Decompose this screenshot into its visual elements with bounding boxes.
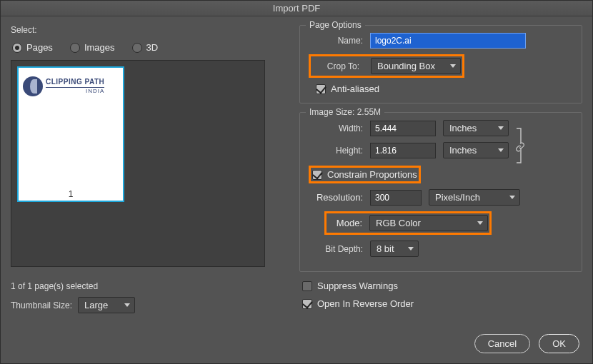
crop-to-label: Crop To: [312,61,359,71]
thumbnail-size-value: Large [84,300,108,310]
open-reverse-order-checkbox[interactable]: Open In Reverse Order [302,298,582,309]
image-size-legend: Image Size: 2.55M [306,107,384,117]
chevron-down-icon [509,196,515,199]
height-unit-value: Inches [449,145,477,156]
width-unit-select[interactable]: Inches [443,120,509,136]
logo-word-1: CLIPPING [46,78,82,86]
thumbnail-page-1[interactable]: CLIPPING PATH INDIA 1 [17,66,124,202]
anti-aliased-checkbox[interactable]: Anti-aliased [316,84,573,94]
radio-images[interactable]: Images [70,42,115,53]
radio-dot-icon [132,43,142,53]
bit-depth-label: Bit Depth: [309,244,363,254]
resolution-unit-value: Pixels/Inch [435,192,480,203]
resolution-label: Resolution: [309,192,363,203]
mode-value: RGB Color [376,218,421,228]
chevron-down-icon [408,247,414,251]
logo-mark-icon [23,76,43,96]
height-input[interactable] [370,143,436,158]
anti-aliased-label: Anti-aliased [331,84,379,94]
radio-pages[interactable]: Pages [12,42,53,53]
height-unit-select[interactable]: Inches [443,142,509,158]
logo-word-2: PATH [85,78,105,86]
page-options-group: Page Options Name: Crop To: Bounding Box [299,25,582,103]
open-reverse-order-label: Open In Reverse Order [317,298,414,309]
image-size-group: Image Size: 2.55M Width: Inches He [299,112,582,272]
link-icon [514,141,526,153]
chevron-down-icon [498,126,504,130]
dialog-title: Import PDF [1,1,592,16]
chevron-down-icon [477,221,483,225]
suppress-warnings-checkbox[interactable]: Suppress Warnings [302,280,582,291]
mode-select[interactable]: RGB Color [369,215,488,231]
chevron-down-icon [498,148,504,152]
mode-label: Mode: [328,218,362,228]
checkbox-icon [316,84,326,94]
highlight-crop-to: Crop To: Bounding Box [309,54,464,78]
constrain-label: Constrain Proportions [327,169,417,180]
radio-3d[interactable]: 3D [132,42,159,53]
radio-images-label: Images [84,42,115,53]
radio-pages-label: Pages [26,42,53,53]
bit-depth-value: 8 bit [377,243,394,254]
thumbnail-list[interactable]: CLIPPING PATH INDIA 1 [11,60,265,267]
bit-depth-select[interactable]: 8 bit [370,241,419,257]
thumbnail-size-select[interactable]: Large [78,297,135,313]
selection-status: 1 of 1 page(s) selected [11,281,289,291]
width-input[interactable] [370,121,436,136]
chevron-down-icon [450,64,456,68]
dialog-import-pdf: Import PDF Select: Pages Images 3D [0,0,593,364]
resolution-unit-select[interactable]: Pixels/Inch [429,189,520,206]
link-dimensions[interactable] [514,126,526,153]
logo-word-3: INDIA [46,87,104,94]
highlight-mode: Mode: RGB Color [324,211,492,235]
resolution-input[interactable] [370,190,422,206]
chevron-down-icon [124,303,130,307]
width-label: Width: [309,123,363,133]
radio-3d-label: 3D [146,42,159,53]
name-input[interactable] [370,33,526,49]
width-unit-value: Inches [449,123,477,133]
select-label: Select: [11,25,289,35]
height-label: Height: [309,146,363,156]
suppress-warnings-label: Suppress Warnings [317,280,398,291]
radio-dot-icon [70,43,80,53]
crop-to-select[interactable]: Bounding Box [371,58,461,74]
radio-dot-icon [12,43,22,53]
ok-button[interactable]: OK [539,334,579,353]
crop-to-value: Bounding Box [377,61,435,71]
checkbox-icon [302,299,312,309]
constrain-proportions-checkbox[interactable]: Constrain Proportions [312,169,417,180]
page-options-legend: Page Options [306,20,365,30]
thumbnail-page-number: 1 [19,189,123,199]
thumbnail-logo: CLIPPING PATH INDIA [23,76,119,96]
checkbox-icon [312,170,322,180]
checkbox-icon [302,281,312,291]
highlight-constrain: Constrain Proportions [309,166,421,183]
thumbnail-size-label: Thumbnail Size: [11,300,72,310]
cancel-button[interactable]: Cancel [474,334,530,353]
name-label: Name: [309,36,363,46]
